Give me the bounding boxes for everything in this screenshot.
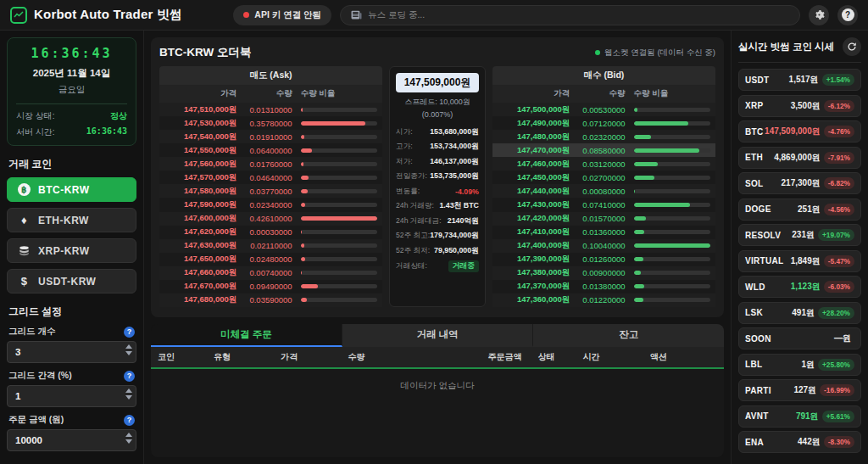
settings-button[interactable] — [809, 5, 829, 25]
ticker-coin-card-avnt[interactable]: AVNT791원+5.61% — [738, 405, 861, 428]
bid-row[interactable]: 147,500,000원0.00530000 — [492, 103, 715, 116]
qty-ratio-bar — [634, 189, 710, 193]
order-price: 147,480,000원 — [498, 131, 570, 143]
coin-button-btc-krw[interactable]: ฿BTC-KRW — [7, 177, 136, 202]
qty-ratio-bar — [301, 203, 377, 207]
ticker-coin-card-wld[interactable]: WLD1,123원-6.03% — [738, 276, 861, 298]
ws-status-text: 웹소켓 연결됨 (데이터 수신 중) — [604, 48, 715, 59]
bid-row[interactable]: 147,370,000원0.01380000 — [492, 280, 715, 293]
ticker-coin-card-lsk[interactable]: LSK491원+28.20% — [738, 302, 861, 324]
api-status-badge: API 키 연결 안됨 — [233, 5, 331, 25]
qty-ratio-bar — [301, 257, 377, 261]
bid-row[interactable]: 147,450,000원0.02700000 — [492, 171, 715, 184]
grid-field-input[interactable] — [7, 429, 136, 451]
info-icon[interactable]: ? — [124, 415, 135, 426]
coin-change-badge: -6.12% — [824, 100, 854, 112]
ticker-coin-card-virtual[interactable]: VIRTUAL1,849원-5.47% — [738, 250, 861, 272]
bid-row[interactable]: 147,420,000원0.01570000 — [492, 212, 715, 226]
bid-row[interactable]: 147,390,000원0.01260000 — [492, 253, 715, 266]
ticker-coin-card-sol[interactable]: SOL217,300원-6.82% — [738, 172, 861, 194]
refresh-button[interactable] — [843, 37, 861, 56]
stepper-arrows[interactable] — [125, 389, 132, 400]
ask-row[interactable]: 147,630,000원0.02110000 — [159, 239, 382, 253]
bid-title: 매수 (Bid) — [492, 66, 715, 85]
clock-day: 금요일 — [16, 84, 127, 96]
coin-button-xrp-krw[interactable]: XRP-KRW — [7, 238, 136, 263]
tab-잔고[interactable]: 잔고 — [533, 324, 724, 347]
ask-rows: 147,510,000원0.01310000147,530,000원0.3578… — [159, 103, 382, 307]
market-status-value: 정상 — [110, 110, 127, 122]
ask-row[interactable]: 147,560,000원0.01760000 — [159, 157, 382, 171]
ask-row[interactable]: 147,650,000원0.02480000 — [159, 253, 382, 266]
help-button[interactable]: ? — [837, 5, 858, 25]
qty-ratio-bar — [634, 257, 710, 261]
bid-row[interactable]: 147,490,000원0.07120000 — [492, 116, 715, 130]
coin-change-badge: -16.99% — [820, 384, 854, 396]
ask-row[interactable]: 147,680,000원0.03590000 — [159, 293, 382, 307]
qty-ratio-bar — [301, 176, 377, 180]
stat-row: 전일종가:153,735,000원 — [396, 171, 479, 182]
ask-row[interactable]: 147,550,000원0.06400000 — [159, 143, 382, 157]
bid-row[interactable]: 147,480,000원0.02320000 — [492, 130, 715, 143]
chart-line-icon — [10, 7, 27, 24]
ask-row[interactable]: 147,600,000원0.42610000 — [159, 212, 382, 226]
ticker-coin-card-xrp[interactable]: XRP3,500원-6.12% — [738, 95, 861, 117]
ticker-coin-card-doge[interactable]: DOGE251원-4.56% — [738, 198, 861, 221]
clock-time: 16:36:43 — [16, 46, 127, 61]
bid-row[interactable]: 147,460,000원0.03120000 — [492, 157, 715, 171]
info-icon[interactable]: ? — [124, 371, 135, 382]
bid-row[interactable]: 147,410,000원0.01360000 — [492, 226, 715, 239]
ask-row[interactable]: 147,570,000원0.04640000 — [159, 171, 382, 184]
stat-label: 고가: — [396, 142, 413, 152]
bid-row[interactable]: 147,430,000원0.07410000 — [492, 198, 715, 211]
ticker-coin-card-resolv[interactable]: RESOLV231원+19.07% — [738, 224, 861, 246]
qty-ratio-bar — [301, 121, 377, 126]
chevron-down-icon — [125, 395, 132, 400]
chevron-up-icon — [125, 433, 132, 437]
ticker-coin-card-parti[interactable]: PARTI127원-16.99% — [738, 379, 861, 401]
ask-column-headers: 가격수량수량 비율 — [159, 85, 382, 103]
info-icon[interactable]: ? — [124, 327, 135, 338]
bid-row[interactable]: 147,440,000원0.00080000 — [492, 184, 715, 198]
orders-col-header: 유형 — [214, 351, 281, 363]
bid-row[interactable]: 147,380,000원0.00900000 — [492, 266, 715, 280]
grid-field-input[interactable] — [7, 341, 136, 363]
order-price: 147,400,000원 — [498, 240, 570, 251]
ask-row[interactable]: 147,660,000원0.00740000 — [159, 266, 382, 280]
ask-row[interactable]: 147,530,000원0.35780000 — [159, 116, 382, 130]
stepper-arrows[interactable] — [125, 433, 132, 444]
grid-field: 그리드 간격 (%)? — [7, 370, 136, 407]
bid-row[interactable]: 147,400,000원0.10040000 — [492, 239, 715, 253]
bid-row[interactable]: 147,360,000원0.01220000 — [492, 293, 715, 307]
tab-미체결-주문[interactable]: 미체결 주문 — [151, 324, 342, 347]
qty-ratio-bar — [634, 176, 710, 180]
ask-row[interactable]: 147,620,000원0.00030000 — [159, 226, 382, 239]
coin-button-usdt-krw[interactable]: $USDT-KRW — [7, 269, 136, 293]
coin-button-list: ฿BTC-KRW♦ETH-KRWXRP-KRW$USDT-KRW — [7, 177, 136, 293]
ask-row[interactable]: 147,510,000원0.01310000 — [159, 103, 382, 116]
ask-row[interactable]: 147,670,000원0.09490000 — [159, 280, 382, 293]
order-price: 147,570,000원 — [164, 172, 236, 183]
grid-settings-heading: 그리드 설정 — [8, 305, 135, 319]
stepper-arrows[interactable] — [125, 344, 132, 355]
ask-row[interactable]: 147,590,000원0.02340000 — [159, 198, 382, 211]
order-price: 147,390,000원 — [498, 254, 570, 265]
tab-거래-내역[interactable]: 거래 내역 — [342, 324, 534, 347]
order-price: 147,460,000원 — [498, 159, 570, 170]
ask-row[interactable]: 147,540,000원0.01910000 — [159, 130, 382, 143]
ticker-coin-card-ena[interactable]: ENA442원-8.30% — [738, 431, 861, 453]
chevron-up-icon — [125, 389, 132, 393]
coin-change-badge: -6.03% — [824, 281, 854, 293]
orders-col-header: 시간 — [583, 351, 650, 363]
ticker-coin-card-soon[interactable]: SOON—원 — [738, 327, 861, 349]
ticker-coin-card-eth[interactable]: ETH4,869,000원-7.91% — [738, 147, 861, 169]
stat-value: 153,734,000원 — [430, 142, 479, 152]
ask-row[interactable]: 147,580,000원0.03770000 — [159, 184, 382, 198]
coin-button-eth-krw[interactable]: ♦ETH-KRW — [7, 208, 136, 232]
bid-row[interactable]: 147,470,000원0.08580000 — [492, 143, 715, 157]
grid-field-input[interactable] — [7, 385, 136, 407]
current-price: 147,509,000원 — [396, 73, 479, 92]
ticker-coin-card-lbl[interactable]: LBL1원+25.80% — [738, 354, 861, 376]
ticker-coin-card-usdt[interactable]: USDT1,517원+1.54% — [738, 69, 861, 91]
ticker-coin-card-btc[interactable]: BTC147,509,000원-4.76% — [738, 120, 861, 143]
